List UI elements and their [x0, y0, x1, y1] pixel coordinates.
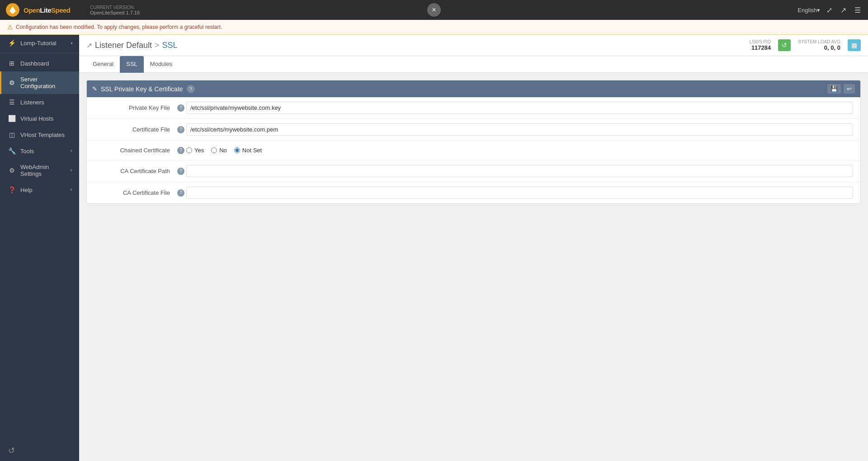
version-info: CURRENT VERSION: OpenLiteSpeed 1.7.16: [90, 5, 140, 15]
help-circle-icon[interactable]: ?: [177, 147, 184, 154]
breadcrumb-parent: Listener Default: [95, 41, 152, 50]
section-actions: 💾 ↩: [827, 84, 855, 94]
radio-not-set-label[interactable]: Not Set: [234, 147, 262, 154]
content-header: ↗ Listener Default > SSL LSWS PID 117284…: [79, 35, 868, 56]
radio-yes-text: Yes: [194, 147, 204, 154]
form-row-private-key-file: Private Key File ?: [87, 97, 860, 119]
radio-yes-label[interactable]: Yes: [186, 147, 204, 154]
radio-no-label[interactable]: No: [211, 147, 227, 154]
sidebar-item-label: VHost Templates: [20, 132, 73, 138]
tools-icon: 🔧: [8, 147, 16, 155]
tab-ssl[interactable]: SSL: [120, 56, 144, 73]
logo-icon: [5, 3, 20, 17]
server-selector[interactable]: ⚡ Lomp-Tutorial ▾: [0, 35, 79, 51]
sidebar-item-label: Virtual Hosts: [20, 115, 73, 122]
sidebar-item-listeners[interactable]: ☰ Listeners: [0, 94, 79, 110]
sidebar-item-webadmin-settings[interactable]: ⚙ WebAdmin Settings +: [0, 159, 79, 182]
help-circle-icon[interactable]: ?: [177, 104, 184, 112]
help-ca-certificate-file: ?: [175, 189, 186, 197]
vhost-templates-icon: ◫: [8, 131, 16, 138]
sidebar-refresh-button[interactable]: ↺: [6, 444, 17, 457]
main-layout: ⚡ Lomp-Tutorial ▾ ⊞ Dashboard ⚙ Server C…: [0, 35, 868, 461]
control-ca-certificate-file: [186, 187, 853, 199]
sidebar-item-help[interactable]: ❓ Help +: [0, 182, 79, 198]
radio-not-set-text: Not Set: [242, 147, 262, 154]
sidebar-item-label: Listeners: [20, 99, 73, 106]
radio-no-text: No: [219, 147, 227, 154]
server-config-icon: ⚙: [8, 79, 16, 86]
restart-button[interactable]: ↺: [778, 39, 791, 51]
notification-bar: ⚠ Configuration has been modified. To ap…: [0, 20, 868, 35]
server-icon: ⚡: [8, 39, 16, 47]
section-help-icon[interactable]: ?: [187, 85, 195, 93]
sidebar-item-tools[interactable]: 🔧 Tools +: [0, 143, 79, 159]
section-header-left: ✎ SSL Private Key & Certificate ?: [92, 85, 195, 93]
listeners-icon: ☰: [8, 99, 16, 106]
input-private-key-file[interactable]: [186, 102, 853, 114]
system-load-label: SYSTEM LOAD AVG: [798, 39, 840, 44]
breadcrumb-separator: >: [155, 41, 160, 50]
notification-message: Configuration has been modified. To appl…: [16, 24, 222, 30]
radio-not-set[interactable]: [234, 147, 240, 153]
edit-icon: ✎: [92, 85, 97, 92]
form-row-chained-certificate: Chained Certificate ? Yes No: [87, 141, 860, 160]
sidebar-item-label: Dashboard: [20, 60, 73, 67]
form-row-ca-certificate-file: CA Certificate File ?: [87, 182, 860, 203]
language-selector[interactable]: English▾: [797, 7, 820, 14]
menu-button[interactable]: ☰: [853, 4, 863, 16]
sidebar-item-server-configuration[interactable]: ⚙ Server Configuration: [0, 71, 79, 94]
radio-yes[interactable]: [186, 147, 192, 153]
label-chained-certificate: Chained Certificate: [94, 147, 175, 154]
back-button[interactable]: ↩: [844, 84, 855, 94]
help-circle-icon[interactable]: ?: [177, 168, 184, 175]
control-ca-certificate-path: [186, 165, 853, 177]
input-ca-certificate-path[interactable]: [186, 165, 853, 177]
close-button[interactable]: ×: [427, 3, 441, 17]
help-private-key-file: ?: [175, 104, 186, 112]
virtual-hosts-icon: ⬜: [8, 115, 16, 122]
form-row-ca-certificate-path: CA Certificate Path ?: [87, 160, 860, 182]
label-certificate-file: Certificate File: [94, 126, 175, 133]
sidebar-item-dashboard[interactable]: ⊞ Dashboard: [0, 55, 79, 71]
fullscreen-button[interactable]: ⤢: [825, 4, 834, 16]
sidebar-item-label: Help: [20, 187, 65, 193]
dropdown-arrow-icon: ▾: [71, 41, 73, 46]
input-certificate-file[interactable]: [186, 123, 853, 136]
breadcrumb: ↗ Listener Default > SSL: [86, 41, 178, 50]
sidebar-item-label: Server Configuration: [20, 76, 73, 89]
help-certificate-file: ?: [175, 126, 186, 133]
save-button[interactable]: 💾: [827, 84, 841, 94]
server-selector-label: Lomp-Tutorial: [20, 40, 66, 47]
dashboard-icon: ⊞: [8, 60, 16, 67]
help-ca-certificate-path: ?: [175, 168, 186, 175]
input-ca-certificate-file[interactable]: [186, 187, 853, 199]
expand-icon: +: [70, 187, 73, 193]
radio-no[interactable]: [211, 147, 217, 153]
help-icon: ❓: [8, 186, 16, 193]
external-link-button[interactable]: ↗: [839, 4, 848, 16]
expand-icon: +: [70, 167, 73, 174]
label-ca-certificate-path: CA Certificate Path: [94, 168, 175, 174]
sidebar-item-virtual-hosts[interactable]: ⬜ Virtual Hosts: [0, 110, 79, 127]
logo-area: OpenLiteSpeed: [5, 3, 85, 17]
help-circle-icon[interactable]: ?: [177, 189, 184, 197]
tab-modules[interactable]: Modules: [144, 56, 179, 73]
expand-icon: +: [70, 148, 73, 154]
svg-point-1: [11, 10, 14, 14]
breadcrumb-current: SSL: [162, 41, 178, 50]
ssl-section-card: ✎ SSL Private Key & Certificate ? 💾 ↩ Pr…: [86, 80, 861, 204]
label-private-key-file: Private Key File: [94, 104, 175, 111]
sidebar-bottom: ↺: [0, 440, 79, 461]
label-ca-certificate-file: CA Certificate File: [94, 189, 175, 196]
help-circle-icon[interactable]: ?: [177, 126, 184, 133]
tabs-container: General SSL Modules: [79, 56, 868, 73]
webadmin-icon: ⚙: [8, 167, 16, 174]
sidebar-item-label: Tools: [20, 148, 65, 155]
chart-button[interactable]: ▦: [848, 39, 861, 51]
header-center: ×: [427, 3, 441, 17]
tab-general[interactable]: General: [86, 56, 120, 73]
header-stats: LSWS PID 117284 ↺ SYSTEM LOAD AVG 0, 0, …: [749, 39, 861, 51]
warning-icon: ⚠: [7, 24, 13, 31]
form-row-certificate-file: Certificate File ?: [87, 119, 860, 141]
sidebar-item-vhost-templates[interactable]: ◫ VHost Templates: [0, 127, 79, 143]
